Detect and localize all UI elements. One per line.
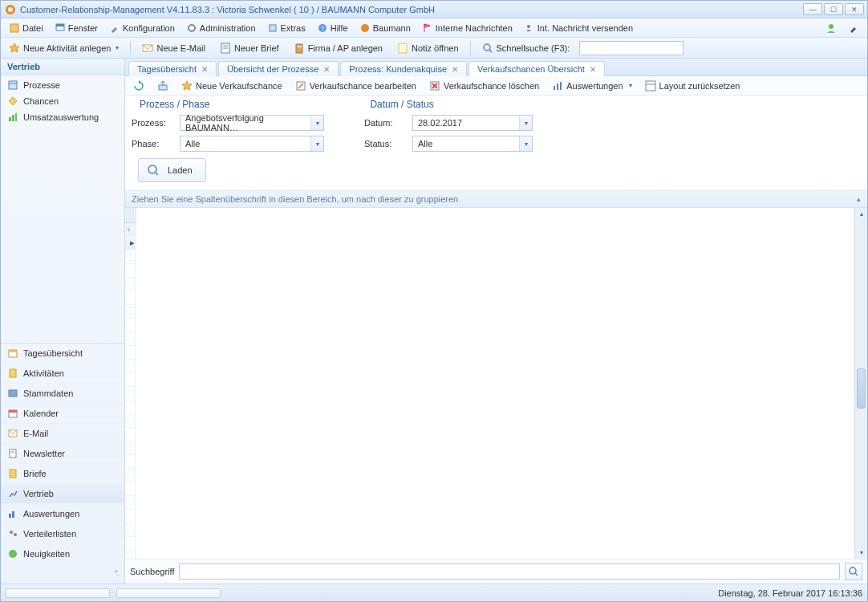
tab-close-icon[interactable]: ✕ (590, 65, 596, 74)
table-row[interactable]: 25.01.2017Angebotsverfolgung ………Geschlos… (125, 469, 136, 482)
user-indicator-icon[interactable] (821, 21, 842, 35)
table-row[interactable]: 17.01.2017Angebotsverfolgung ………Geschlos… (125, 387, 136, 401)
table-row[interactable]: 20.01.2017Angebotsverfolgung ………Geschlos… (125, 455, 136, 469)
tab-2[interactable]: Prozess: Kundenakquise✕ (340, 61, 467, 76)
bottom-nav-briefe[interactable]: Briefe (1, 464, 124, 484)
menu-konfiguration[interactable]: Konfiguration (104, 21, 180, 35)
sidebar-item-umsatzauswertung[interactable]: Umsatzauswertung (1, 109, 124, 125)
neue-email-button[interactable]: Neue E-Mail (137, 41, 210, 55)
menu-administration[interactable]: Administration (181, 21, 261, 35)
table-row[interactable]: 31.01.2017Angebotsverfolgung ………Geschlos… (125, 537, 136, 551)
firma-ap-anlegen-button[interactable]: Firma / AP anlegen (289, 41, 387, 55)
suchbegriff-button[interactable] (845, 563, 862, 580)
menu-extras[interactable]: Extras (262, 21, 310, 35)
menu-baumann[interactable]: Baumann (355, 21, 416, 35)
delete-icon (429, 80, 440, 92)
bottom-nav-auswertungen[interactable]: Auswertungen (1, 504, 124, 524)
table-row[interactable]: 22.12.2016Angebotsverfolgung ………Offen…Rü… (125, 291, 136, 305)
group-by-bar[interactable]: Ziehen Sie eine Spaltenüberschrift in di… (125, 191, 867, 208)
row-marker (125, 346, 136, 360)
menu-fenster[interactable]: Fenster (50, 21, 103, 35)
settings-wrench-icon[interactable] (843, 21, 864, 35)
neuer-brief-button[interactable]: Neuer Brief (215, 41, 284, 55)
table-row[interactable]: 22.12.2016Angebotsverfolgung ………Offen…Rü… (125, 305, 136, 319)
verkaufschance-loeschen-button[interactable]: Verkaufschance löschen (426, 79, 542, 93)
minimize-button[interactable]: — (803, 3, 822, 15)
scroll-thumb[interactable] (857, 368, 866, 409)
maximize-button[interactable]: ☐ (824, 3, 843, 15)
table-row[interactable]: 18.01.2017Angebotsverfolgung ………Offen…Rü… (125, 401, 136, 414)
verkaufschance-bearbeiten-button[interactable]: Verkaufschance bearbeiten (292, 79, 420, 93)
filter-row[interactable]: ♀ (125, 223, 136, 236)
table-row[interactable]: 04.01.2017Angebotsverfolgung ………Geschlos… (125, 332, 136, 346)
layout-zuruecksetzen-button[interactable]: Layout zurücksetzen (642, 79, 744, 93)
tab-1[interactable]: Übersicht der Prozesse✕ (218, 61, 339, 76)
bottom-nav-vertrieb[interactable]: Vertrieb (1, 484, 124, 504)
prozess-combo[interactable]: Angebotsverfolgung BAUMANN…▾ (180, 115, 324, 131)
phase-combo[interactable]: Alle▾ (180, 136, 324, 152)
neue-aktivitaet-button[interactable]: Neue Aktivität anlegen▾ (4, 41, 124, 55)
nav-icon (7, 528, 18, 539)
table-row[interactable]: 15.12.2016Angebotsverfolgung ………Geschlos… (125, 264, 136, 278)
table-row[interactable]: 25.01.2017Angebotsverfolgung ………Offen…Rü… (125, 496, 136, 510)
row-marker (125, 387, 136, 401)
bottom-nav-kalender[interactable]: Kalender (1, 404, 124, 424)
table-row[interactable]: 12.01.2017Angebotsverfolgung ………Geschlos… (125, 373, 136, 387)
vertical-scrollbar[interactable]: ▴ ▾ (854, 208, 867, 559)
table-row[interactable]: 28.01.2017Angebotsverfolgung ………Offen…Rü… (125, 523, 136, 537)
auswertungen-dropdown[interactable]: Auswertungen▾ (549, 79, 635, 93)
scroll-down-icon[interactable]: ▾ (855, 547, 867, 559)
table-row[interactable]: 31.01.2017Angebotsverfolgung ………Offen…Rü… (125, 551, 136, 559)
close-button[interactable]: ✕ (845, 3, 864, 15)
datum-combo[interactable]: 28.02.2017▾ (412, 115, 533, 131)
bottom-nav-stammdaten[interactable]: Stammdaten (1, 384, 124, 404)
table-row[interactable]: 17.12.2016Angebotsverfolgung ………Geschlos… (125, 278, 136, 291)
suchbegriff-input[interactable] (179, 563, 840, 580)
svg-rect-30 (10, 369, 16, 377)
star-icon (9, 43, 20, 54)
tab-close-icon[interactable]: ✕ (452, 65, 458, 74)
nav-icon (7, 96, 18, 107)
sidebar-item-chancen[interactable]: Chancen (1, 93, 124, 109)
table-row[interactable]: 15.12.2016Angebotsverfolgung ………Geschlos… (125, 250, 136, 264)
collapse-panel-icon[interactable]: ▴ (857, 195, 861, 203)
neue-verkaufschance-button[interactable]: Neue Verkaufschance (178, 79, 286, 93)
tab-3[interactable]: Verkaufschancen Übersicht✕ (468, 61, 605, 76)
menu-interne-nachrichten[interactable]: Interne Nachrichten (417, 21, 517, 35)
menu-int-nachricht-versenden[interactable]: Int. Nachricht versenden (519, 21, 638, 35)
main-area: Tagesübersicht✕Übersicht der Prozesse✕Pr… (125, 59, 867, 584)
laden-button[interactable]: Laden (138, 158, 206, 182)
menu-hilfe[interactable]: ?Hilfe (312, 21, 353, 35)
tab-close-icon[interactable]: ✕ (323, 65, 330, 74)
tab-close-icon[interactable]: ✕ (201, 65, 208, 74)
notiz-oeffnen-button[interactable]: Notiz öffnen (392, 41, 464, 55)
bottom-nav-tagesbersicht[interactable]: Tagesübersicht (1, 344, 124, 364)
tab-0[interactable]: Tagesübersicht✕ (128, 61, 217, 76)
bottom-nav-newsletter[interactable]: Newsletter (1, 444, 124, 464)
table-row[interactable]: 10.01.2017Angebotsverfolgung ………Offen…Rü… (125, 360, 136, 373)
col-notiz[interactable]: Notiz (135, 208, 136, 223)
menu-datei[interactable]: Datei (4, 21, 48, 35)
sidebar-item-prozesse[interactable]: Prozesse (1, 77, 124, 93)
bottom-nav-email[interactable]: E-Mail (1, 424, 124, 444)
table-row[interactable]: 25.01.2017Angebotsverfolgung ………Offen…Rü… (125, 482, 136, 496)
refresh-button[interactable] (130, 79, 148, 93)
schnellsuche-input[interactable] (579, 41, 683, 55)
table-row[interactable]: ▸14.12.2016Angebotsverfolgung ………Offen…R… (125, 236, 136, 250)
table-row[interactable]: 04.01.2017Angebotsverfolgung ………Geschlos… (125, 319, 136, 332)
table-row[interactable]: 19.01.2017Angebotsverfolgung ………Geschlos… (125, 428, 136, 441)
table-row[interactable]: 25.01.2017Angebotsverfolgung ………Offen…Rü… (125, 510, 136, 523)
bottom-nav-verteilerlisten[interactable]: Verteilerlisten (1, 524, 124, 544)
table-row[interactable]: 20.01.2017Angebotsverfolgung ………Offen…Rü… (125, 441, 136, 455)
svg-rect-27 (15, 113, 17, 121)
table-row[interactable]: 19.01.2017Angebotsverfolgung ………Geschlos… (125, 414, 136, 428)
row-marker (125, 332, 136, 346)
nav-collapse-chevrons[interactable]: ⌄˙ (1, 564, 124, 584)
table-row[interactable]: 10.01.2017Angebotsverfolgung ………Offen…Rü… (125, 346, 136, 360)
scroll-up-icon[interactable]: ▴ (855, 208, 867, 220)
prozess-label: Prozess: (132, 118, 172, 128)
bottom-nav-neuigkeiten[interactable]: Neuigkeiten (1, 544, 124, 564)
export-button[interactable] (154, 79, 172, 93)
bottom-nav-aktivitten[interactable]: Aktivitäten (1, 364, 124, 384)
status-combo[interactable]: Alle▾ (412, 136, 533, 152)
